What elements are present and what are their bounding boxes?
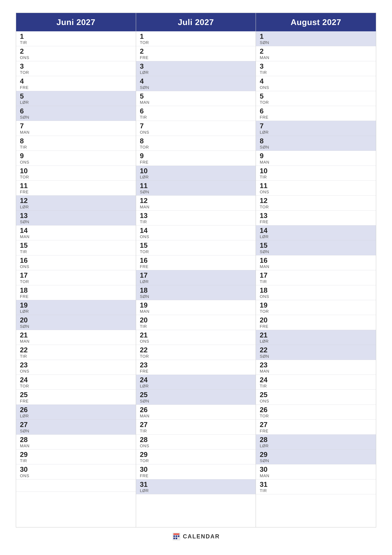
day-name: TOR [20, 279, 132, 284]
day-row: 14MAN [16, 226, 136, 240]
day-name: SØN [140, 190, 252, 194]
day-name: TOR [140, 40, 252, 45]
day-number: 22 [260, 346, 372, 354]
day-row: 10LØR [136, 166, 256, 181]
day-number: 31 [140, 481, 252, 488]
day-row: 1TIR [16, 31, 136, 46]
day-row: 2MAN [256, 46, 376, 61]
day-name: TIR [260, 384, 372, 388]
day-row: 10TIR [256, 166, 376, 181]
day-name: SØN [260, 354, 372, 359]
day-name: TIR [140, 115, 252, 120]
day-name: MAN [20, 444, 132, 448]
day-number: 17 [20, 271, 132, 279]
day-name: FRE [260, 115, 372, 120]
day-number: 9 [140, 152, 252, 160]
day-number: 28 [140, 436, 252, 444]
day-name: ONS [140, 339, 252, 344]
day-row: 23MAN [256, 360, 376, 375]
day-name: FRE [20, 294, 132, 299]
day-name: SØN [20, 324, 132, 329]
day-name: TIR [20, 145, 132, 150]
day-number: 3 [140, 63, 252, 70]
day-row: 20FRE [256, 315, 376, 330]
day-number: 3 [260, 63, 372, 70]
day-name: TIR [20, 40, 132, 45]
day-row: 13SØN [16, 211, 136, 226]
day-row: 23FRE [136, 360, 256, 375]
day-row: 19MAN [136, 300, 256, 315]
day-number: 17 [140, 271, 252, 279]
day-row: 25ONS [256, 390, 376, 405]
day-number: 10 [20, 167, 132, 175]
day-number: 13 [140, 212, 252, 219]
day-row: 12LØR [16, 196, 136, 210]
day-name: LØR [20, 309, 132, 314]
day-number: 4 [140, 77, 252, 85]
day-number: 11 [260, 182, 372, 190]
month-header-2: August 2027 [256, 13, 376, 31]
day-number: 21 [260, 331, 372, 339]
day-row: 7LØR [256, 121, 376, 136]
day-row: 17LØR [136, 270, 256, 285]
day-number: 16 [140, 257, 252, 264]
day-row: 26TOR [256, 405, 376, 420]
day-name: TOR [140, 249, 252, 254]
day-row: 28LØR [256, 435, 376, 449]
day-number: 14 [260, 227, 372, 234]
day-row: 13TIR [136, 211, 256, 226]
day-row: 16FRE [136, 255, 256, 270]
day-row: 29SØN [256, 449, 376, 464]
day-number: 29 [260, 451, 372, 458]
day-number: 12 [140, 197, 252, 204]
day-number: 27 [260, 421, 372, 428]
day-row: 9FRE [136, 151, 256, 166]
day-name: LØR [20, 414, 132, 418]
day-name: FRE [20, 190, 132, 194]
day-name: SØN [260, 249, 372, 254]
day-row: 11FRE [16, 181, 136, 196]
day-name: TOR [260, 309, 372, 314]
day-number: 19 [260, 301, 372, 309]
day-name: MAN [20, 234, 132, 239]
day-number: 13 [20, 212, 132, 219]
day-row: 5MAN [136, 91, 256, 106]
day-number: 24 [20, 376, 132, 384]
day-row: 15TOR [136, 240, 256, 255]
day-name: ONS [140, 444, 252, 448]
day-row: 3TIR [256, 61, 376, 76]
day-name: LØR [260, 339, 372, 344]
day-number: 24 [260, 376, 372, 384]
day-name: ONS [140, 130, 252, 135]
day-name: TIR [140, 219, 252, 224]
day-number: 12 [260, 197, 372, 204]
day-name: MAN [140, 204, 252, 210]
day-number: 11 [140, 182, 252, 190]
day-number: 1 [20, 33, 132, 40]
day-number: 15 [20, 241, 132, 249]
day-name: TIR [20, 354, 132, 359]
day-row: 5LØR [16, 91, 136, 106]
day-row: 24TOR [16, 375, 136, 390]
day-number: 2 [260, 47, 372, 55]
day-name: SØN [20, 219, 132, 224]
month-header-1: Juli 2027 [136, 13, 256, 31]
day-number: 6 [20, 107, 132, 115]
day-name: TIR [20, 458, 132, 463]
day-name: TIR [260, 175, 372, 180]
day-name: TIR [260, 70, 372, 75]
day-row: 4FRE [16, 76, 136, 91]
day-row: 17TOR [16, 270, 136, 285]
day-row: 22TOR [136, 345, 256, 360]
day-name: TIR [260, 279, 372, 284]
day-name: LØR [260, 444, 372, 448]
day-row: 24LØR [136, 375, 256, 390]
day-number: 13 [260, 212, 372, 219]
day-name: ONS [260, 399, 372, 404]
day-row: 12TOR [256, 196, 376, 210]
day-row: 11SØN [136, 181, 256, 196]
day-number: 6 [260, 107, 372, 115]
day-name: SØN [140, 294, 252, 299]
day-row: 29TOR [136, 449, 256, 464]
day-name: ONS [260, 85, 372, 90]
